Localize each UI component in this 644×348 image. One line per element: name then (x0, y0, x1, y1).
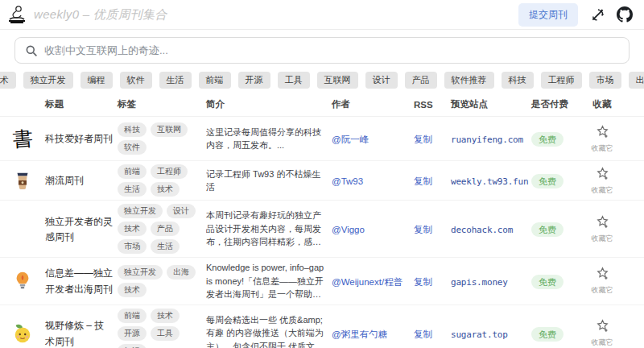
favorite-button[interactable]: 收藏它 (580, 120, 625, 157)
site-link[interactable]: sugarat.top (451, 329, 508, 340)
weekly-title-link[interactable]: 科技爱好者周刊 (45, 133, 113, 144)
filter-pill[interactable]: 生活 (159, 72, 192, 89)
weekly-icon (11, 322, 34, 345)
rss-copy-link[interactable]: 复制 (414, 329, 432, 339)
search-icon (25, 44, 38, 57)
column-header: 标签 (118, 98, 201, 110)
table-row: 潮流周刊 前端工程师生活技术 记录工程师 Tw93 的不枯燥生活 @Tw93 复… (0, 161, 644, 201)
filter-pill[interactable]: 开源 (238, 72, 270, 89)
star-plus-icon (595, 166, 610, 181)
filter-pill[interactable]: 市场 (589, 72, 621, 89)
weekly-title-link[interactable]: 独立开发者的灵感周刊 (45, 216, 113, 242)
weekly-tag-pill: 工具 (151, 326, 180, 341)
filter-pill[interactable]: 工程师 (541, 72, 582, 89)
free-badge: 免费 (531, 132, 564, 147)
rss-copy-link[interactable]: 复制 (414, 277, 432, 287)
weekly-icon-cell (8, 169, 40, 192)
search-section: 收割中文互联网上的奇迹... (0, 30, 644, 68)
github-icon[interactable] (617, 6, 633, 23)
filter-pill[interactable]: 产品 (405, 72, 437, 89)
free-badge: 免费 (531, 275, 564, 289)
weekly-tag-pill: 软件 (118, 140, 147, 155)
star-plus-icon (595, 266, 610, 281)
tag-list: 独立开发设计技术产品市场生活 (118, 204, 201, 254)
favorite-button[interactable]: 收藏它 (580, 164, 625, 197)
star-plus-icon (595, 214, 610, 230)
weekly-tag-pill: 前端 (118, 309, 147, 323)
weekly-table: 标题标签简介作者RSS预览站点是否付费收藏 書 科技爱好者周刊 科技互联网软件 … (0, 93, 644, 348)
column-header: 标题 (45, 98, 113, 110)
filter-pill[interactable]: 软件推荐 (444, 72, 494, 89)
filter-pill[interactable]: 编程 (80, 72, 113, 89)
filter-pill[interactable]: 独立开发 (23, 72, 73, 89)
weekly-description: 记录工程师 Tw93 的不枯燥生活 (206, 168, 327, 194)
submit-weekly-button[interactable]: 提交周刊 (518, 3, 578, 27)
author-link[interactable]: @Weijunext/程普 (332, 277, 402, 287)
favorite-label: 收藏它 (592, 234, 613, 244)
tag-list: 前端技术开源工具知识 (118, 309, 201, 348)
column-header: 是否付费 (531, 98, 575, 110)
weekly-icon (11, 218, 34, 240)
search-placeholder: 收割中文互联网上的奇迹... (44, 44, 168, 58)
site-link[interactable]: weekly.tw93.fun (451, 176, 528, 187)
weekly-tag-pill: 开源 (118, 326, 147, 341)
rss-copy-link[interactable]: 复制 (414, 135, 432, 144)
weekly-description: 每周会精选出一些 优质&amp;有趣 的内容做推送（大前端为主），包含但不限于 … (206, 313, 327, 348)
filter-pill[interactable]: 互联网 (317, 72, 358, 89)
weekly-tag-pill: 技术 (118, 222, 147, 236)
weekly-tag-pill: 出海 (167, 265, 196, 280)
favorite-button[interactable]: 收藏它 (580, 204, 625, 254)
author-link[interactable]: @阮一峰 (332, 135, 369, 144)
weekly-tag-pill: 生活 (118, 182, 147, 197)
weekly-tag-pill: 产品 (151, 222, 180, 236)
theme-toggle-icon[interactable] (589, 6, 605, 23)
site-link[interactable]: gapis.money (451, 277, 508, 288)
filter-pill[interactable]: 技术 (0, 72, 16, 89)
weekly-tag-pill: 工程师 (151, 164, 188, 179)
filter-pill[interactable]: 前端 (199, 72, 231, 89)
filter-pill[interactable]: 工具 (278, 72, 310, 89)
weekly-description: Knowledge is power, info–gap is money!「信… (206, 261, 327, 301)
rss-copy-link[interactable]: 复制 (414, 176, 432, 186)
weekly-tag-pill: 独立开发 (118, 265, 163, 280)
rss-copy-link[interactable]: 复制 (414, 225, 432, 234)
logo-icon (6, 4, 27, 25)
weekly-tag-pill: 知识 (118, 344, 147, 348)
site-link[interactable]: decohack.com (451, 225, 513, 235)
filter-pill[interactable]: 设计 (365, 72, 398, 89)
weekly-icon-cell (8, 270, 40, 292)
tag-list: 独立开发出海技术 (118, 265, 201, 297)
table-header: 标题标签简介作者RSS预览站点是否付费收藏 (0, 93, 644, 117)
weekly-title-link[interactable]: 信息差——独立开发者出海周刊 (45, 267, 113, 294)
weekly-description: 这里记录每周值得分享的科技内容，周五发布。... (206, 126, 327, 152)
table-row: 書 科技爱好者周刊 科技互联网软件 这里记录每周值得分享的科技内容，周五发布。.… (0, 117, 644, 161)
author-link[interactable]: @Tw93 (332, 176, 363, 186)
weekly-tag-pill: 技术 (118, 283, 147, 297)
author-link[interactable]: @Viggo (332, 225, 365, 234)
weekly-icon (11, 270, 34, 292)
column-header: 简介 (206, 98, 327, 110)
author-link[interactable]: @粥里有勺糖 (332, 329, 387, 339)
star-plus-icon (595, 124, 610, 139)
weekly-title-link[interactable]: 视野修炼 – 技术周刊 (45, 320, 104, 346)
weekly-icon-cell (8, 322, 40, 345)
filter-pill[interactable]: 科技 (502, 72, 534, 89)
filter-pill[interactable]: 软件 (120, 72, 152, 89)
column-header: 预览站点 (451, 98, 526, 110)
favorite-button[interactable]: 收藏它 (580, 309, 625, 348)
table-row: 信息差——独立开发者出海周刊 独立开发出海技术 Knowledge is pow… (0, 258, 644, 305)
weekly-tag-pill: 前端 (118, 164, 147, 179)
column-header: 作者 (332, 98, 409, 110)
weekly-tag-pill: 技术 (151, 182, 180, 197)
favorite-label: 收藏它 (592, 185, 613, 196)
search-input[interactable]: 收割中文互联网上的奇迹... (14, 37, 630, 64)
filter-pill[interactable]: 出海 (629, 72, 644, 89)
free-badge: 免费 (531, 222, 564, 237)
favorite-label: 收藏它 (592, 143, 613, 154)
column-header: RSS (414, 100, 446, 110)
site-link[interactable]: ruanyifeng.com (451, 135, 523, 145)
favorite-button[interactable]: 收藏它 (580, 261, 625, 301)
weekly-title-link[interactable]: 潮流周刊 (45, 175, 84, 186)
favorite-label: 收藏它 (592, 285, 613, 296)
weekly-icon: 書 (11, 127, 34, 150)
